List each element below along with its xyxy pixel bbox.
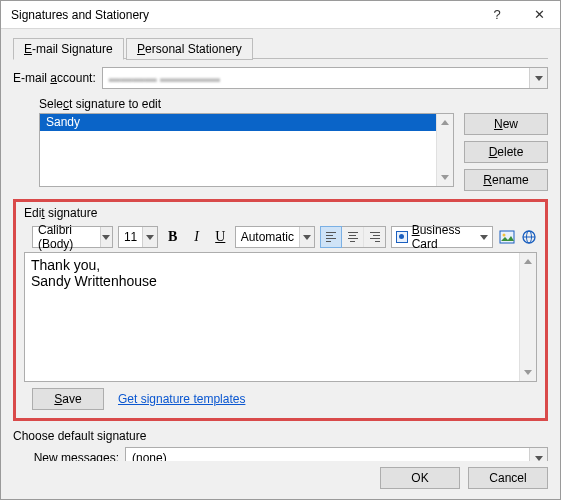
business-card-button[interactable]: Business Card [391, 226, 493, 248]
edit-signature-label: Edit signature [24, 206, 537, 220]
new-button[interactable]: New [464, 113, 548, 135]
chevron-down-icon[interactable] [299, 227, 314, 247]
chevron-down-icon[interactable] [100, 227, 112, 247]
chevron-up-icon[interactable] [437, 114, 453, 131]
bold-button[interactable]: B [163, 226, 182, 248]
edit-signature-section: Edit signature Calibri (Body) 11 B I U A… [13, 199, 548, 421]
tab-email-signature[interactable]: E-mail Signature [13, 38, 124, 60]
font-family-value: Calibri (Body) [33, 223, 100, 251]
font-size-combo[interactable]: 11 [118, 226, 158, 248]
get-templates-link[interactable]: Get signature templates [118, 392, 245, 406]
signature-item-selected[interactable]: Sandy [40, 114, 453, 131]
window-title: Signatures and Stationery [11, 8, 476, 22]
font-size-value: 11 [119, 230, 142, 244]
font-color-value: Automatic [236, 230, 299, 244]
signature-listbox[interactable]: Sandy [39, 113, 454, 187]
italic-button[interactable]: I [187, 226, 206, 248]
chevron-down-icon[interactable] [142, 227, 157, 247]
email-account-label: E-mail account: [13, 71, 96, 85]
chevron-down-icon[interactable] [437, 169, 453, 186]
ok-button[interactable]: OK [380, 467, 460, 489]
defaults-heading: Choose default signature [13, 429, 548, 443]
delete-button[interactable]: Delete [464, 141, 548, 163]
new-messages-label: New messages: [13, 451, 119, 461]
close-button[interactable]: ✕ [518, 1, 560, 28]
save-button[interactable]: Save [32, 388, 104, 410]
align-left-button[interactable] [320, 226, 342, 248]
align-right-button[interactable] [363, 227, 385, 247]
tab-personal-stationery[interactable]: Personal Stationery [126, 38, 253, 60]
chevron-up-icon[interactable] [520, 253, 536, 270]
insert-picture-button[interactable] [498, 227, 515, 247]
rename-button[interactable]: Rename [464, 169, 548, 191]
alignment-group [320, 226, 386, 248]
font-color-combo[interactable]: Automatic [235, 226, 315, 248]
new-messages-value: (none) [126, 451, 529, 461]
svg-rect-0 [500, 231, 514, 243]
chevron-down-icon[interactable] [480, 235, 488, 240]
listbox-scrollbar[interactable] [436, 114, 453, 186]
dialog-window: Signatures and Stationery ? ✕ E-mail Sig… [0, 0, 561, 500]
titlebar: Signatures and Stationery ? ✕ [1, 1, 560, 29]
footer: OK Cancel [1, 461, 560, 499]
help-button[interactable]: ? [476, 1, 518, 28]
chevron-down-icon[interactable] [520, 364, 536, 381]
business-card-icon [396, 231, 408, 243]
font-family-combo[interactable]: Calibri (Body) [32, 226, 113, 248]
editor-scrollbar[interactable] [519, 253, 536, 381]
email-account-value: ▬▬▬▬ ▬▬▬▬▬ [103, 71, 529, 85]
new-messages-combo[interactable]: (none) [125, 447, 548, 461]
signature-text[interactable]: Thank you, Sandy Writtenhouse [25, 253, 519, 381]
align-center-button[interactable] [341, 227, 363, 247]
email-account-row: E-mail account: ▬▬▬▬ ▬▬▬▬▬ [13, 67, 548, 89]
cancel-button[interactable]: Cancel [468, 467, 548, 489]
select-signature-label: Select signature to edit [39, 97, 548, 111]
insert-hyperlink-button[interactable] [520, 227, 537, 247]
tab-strip: E-mail Signature Personal Stationery [13, 37, 548, 59]
underline-button[interactable]: U [211, 226, 230, 248]
signature-editor[interactable]: Thank you, Sandy Writtenhouse [24, 252, 537, 382]
svg-point-1 [502, 234, 505, 237]
email-account-combo[interactable]: ▬▬▬▬ ▬▬▬▬▬ [102, 67, 548, 89]
format-toolbar: Calibri (Body) 11 B I U Automatic [24, 224, 537, 252]
business-card-label: Business Card [412, 223, 475, 251]
chevron-down-icon[interactable] [529, 448, 547, 461]
chevron-down-icon[interactable] [529, 68, 547, 88]
